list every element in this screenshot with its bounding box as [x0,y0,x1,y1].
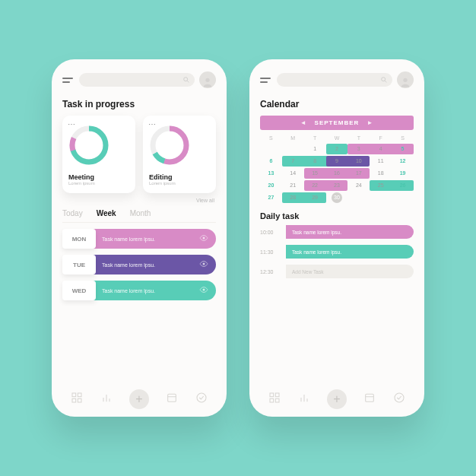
task-row[interactable]: MON Task name lorem ipsu. [62,229,216,249]
menu-icon[interactable] [62,78,75,83]
calendar-day[interactable]: 30 [326,192,348,204]
dow-label: M [282,133,304,143]
month-label: SEPTEMBER [315,119,360,126]
svg-rect-15 [78,398,82,402]
calendar-day[interactable]: 11 [370,155,392,167]
calendar-day[interactable]: 21 [282,179,304,192]
progress-card[interactable]: ⋯ Meeting Lorem ipsum [62,116,135,193]
nav-calendar-icon[interactable] [363,392,376,407]
nav-add-button[interactable]: + [327,389,347,409]
calendar-day[interactable]: 15 [304,167,326,179]
card-subtitle: Lorem ipsum [68,181,129,186]
task-list: MON Task name lorem ipsu. TUE Task name … [62,229,216,306]
nav-add-button[interactable]: + [129,389,149,409]
avatar[interactable] [199,71,216,88]
svg-point-34 [395,393,404,402]
calendar-day[interactable]: 27 [260,192,282,204]
daily-task-row[interactable]: 12:30 Add New Task [260,265,414,278]
svg-rect-25 [270,393,274,397]
eye-icon[interactable] [199,258,208,271]
search-input[interactable] [79,73,195,87]
section-title-calendar: Calendar [260,99,414,109]
svg-rect-27 [270,398,274,402]
tab-today[interactable]: Today [62,209,83,217]
daily-task-bar: Task name lorem ipsu. [286,245,414,259]
task-label: Task name lorem ipsu. [102,288,155,294]
calendar-day[interactable]: 7 [282,155,304,167]
tab-month[interactable]: Month [130,209,151,217]
progress-cards: ⋯ Meeting Lorem ipsum ⋯ Editing Lorem ip… [62,116,216,193]
calendar-day [347,192,370,204]
calendar-day[interactable]: 1 [304,143,326,155]
svg-point-21 [197,393,206,402]
card-title: Editing [149,173,210,181]
calendar-day[interactable]: 19 [392,167,414,179]
svg-line-1 [187,81,189,82]
avatar[interactable] [397,71,414,88]
svg-rect-28 [276,398,280,402]
dow-label: S [392,133,414,143]
calendar-day[interactable]: 6 [260,155,282,167]
calendar-day[interactable]: 22 [304,179,326,192]
time-label: 11:30 [260,249,280,255]
nav-check-icon[interactable] [195,392,208,407]
dow-label: W [326,133,348,143]
time-label: 10:00 [260,230,280,235]
nav-grid-icon[interactable] [268,392,281,407]
calendar-day[interactable]: 9 [326,155,348,167]
view-all-link[interactable]: View all [64,198,214,203]
svg-point-11 [203,289,205,291]
nav-check-icon[interactable] [393,392,405,407]
calendar-day[interactable]: 28 [282,192,304,204]
nav-stats-icon[interactable] [100,392,113,407]
nav-grid-icon[interactable] [71,392,83,407]
calendar-day[interactable]: 18 [370,167,392,179]
next-month-icon[interactable]: ► [367,119,373,126]
card-menu-icon[interactable]: ⋯ [68,120,75,129]
calendar-day[interactable]: 12 [392,155,414,167]
calendar-day[interactable]: 2 [326,143,348,155]
svg-rect-26 [276,393,280,397]
phone-tasks: Task in progress ⋯ Meeting Lorem ipsum ⋯… [52,59,227,417]
card-subtitle: Lorem ipsum [149,181,210,186]
eye-icon[interactable] [199,232,208,246]
task-row[interactable]: TUE Task name lorem ipsu. [62,255,216,274]
daily-task-bar: Task name lorem ipsu. [286,225,414,239]
svg-point-24 [403,78,407,82]
calendar-grid: SMTWTFS 12345678910111213141516171819202… [260,133,414,204]
prev-month-icon[interactable]: ◄ [300,119,307,126]
task-row[interactable]: WED Task name lorem ipsu. [62,281,216,300]
progress-card[interactable]: ⋯ Editing Lorem ipsum [143,116,216,193]
add-task-button[interactable]: Add New Task [286,265,414,278]
tab-week[interactable]: Week [97,209,116,217]
daily-task-row[interactable]: 11:30 Task name lorem ipsu. [260,245,414,259]
nav-calendar-icon[interactable] [166,392,178,407]
daily-task-list: 10:00 Task name lorem ipsu. 11:30 Task n… [260,225,414,284]
daily-task-row[interactable]: 10:00 Task name lorem ipsu. [260,225,414,239]
header [260,71,414,88]
svg-rect-12 [72,393,76,397]
calendar-day[interactable]: 13 [260,167,282,179]
calendar-day[interactable]: 3 [347,143,370,155]
task-label: Task name lorem ipsu. [102,262,155,268]
svg-rect-32 [366,394,374,401]
calendar-day[interactable]: 20 [260,179,282,192]
dow-label: S [260,133,282,143]
day-label: MON [62,229,96,249]
person-icon [399,76,411,88]
svg-rect-19 [168,394,176,401]
card-menu-icon[interactable]: ⋯ [148,120,155,129]
dow-label: F [370,133,392,143]
search-input[interactable] [277,73,392,87]
eye-icon[interactable] [199,284,208,297]
svg-point-9 [203,237,205,240]
calendar-day[interactable]: 24 [347,179,370,192]
menu-icon[interactable] [260,78,272,83]
calendar-day[interactable]: 14 [282,167,304,179]
month-selector: ◄ SEPTEMBER ► [260,116,414,130]
bottom-nav: + [260,383,414,409]
nav-stats-icon[interactable] [298,392,310,407]
calendar-day [392,192,414,204]
calendar-day[interactable]: 25 [370,179,392,192]
svg-rect-13 [78,393,82,397]
